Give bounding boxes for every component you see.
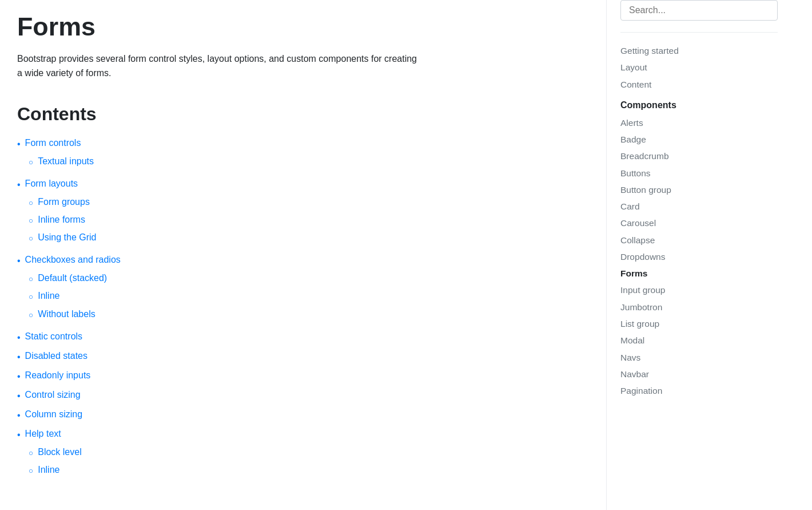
sidebar-component-link[interactable]: Modal: [620, 335, 644, 345]
sidebar-component-link[interactable]: Pagination: [620, 386, 662, 396]
list-item: ○Using the Grid: [29, 231, 96, 245]
sidebar-component-link[interactable]: Input group: [620, 285, 666, 295]
sidebar-component-link[interactable]: List group: [620, 319, 659, 329]
sidebar-top-link[interactable]: Content: [620, 80, 651, 89]
sub-list: ○Default (stacked)○Inline○Without labels: [29, 271, 121, 325]
sidebar-component-item: Button group: [620, 183, 778, 196]
sidebar-component-link[interactable]: Dropdowns: [620, 252, 665, 262]
circle-bullet-icon: ○: [29, 446, 33, 460]
circle-bullet-icon: ○: [29, 214, 33, 227]
list-item: ○Inline: [29, 289, 121, 303]
sidebar-component-item: Navbar: [620, 367, 778, 381]
contents-link[interactable]: Column sizing: [25, 408, 82, 421]
list-item: ○Block level: [29, 445, 82, 460]
sidebar-component-link[interactable]: Navbar: [620, 369, 649, 379]
contents-link[interactable]: Form controls: [25, 136, 81, 150]
list-item: ○Default (stacked): [29, 271, 121, 286]
list-item: •Checkboxes and radios○Default (stacked)…: [17, 253, 583, 325]
sidebar-component-item: Forms: [620, 267, 778, 280]
page-description: Bootstrap provides several form control …: [17, 52, 417, 81]
main-content: Forms Bootstrap provides several form co…: [0, 0, 606, 510]
sub-contents-link[interactable]: Inline forms: [38, 213, 85, 227]
circle-bullet-icon: ○: [29, 232, 33, 245]
sub-contents-link[interactable]: Inline: [38, 463, 59, 477]
sidebar-component-item: Dropdowns: [620, 250, 778, 263]
sidebar-component-item: List group: [620, 317, 778, 330]
sub-contents-link[interactable]: Textual inputs: [38, 155, 94, 168]
list-item: ○Inline: [29, 463, 82, 477]
sidebar-components-list: AlertsBadgeBreadcrumbButtonsButton group…: [620, 116, 778, 398]
sidebar-component-item: Card: [620, 200, 778, 213]
page-title: Forms: [17, 11, 583, 42]
sub-contents-link[interactable]: Block level: [38, 445, 81, 459]
sub-list: ○Form groups○Inline forms○Using the Grid: [29, 195, 96, 248]
sidebar-component-link[interactable]: Alerts: [620, 118, 643, 128]
sidebar-top-item: Getting started: [620, 44, 778, 57]
sidebar-top-item: Content: [620, 78, 778, 91]
sub-list: ○Block level○Inline: [29, 445, 82, 481]
list-item: •Form controls○Textual inputs: [17, 136, 583, 172]
sidebar-component-link[interactable]: Button group: [620, 185, 671, 195]
sidebar-component-link[interactable]: Card: [620, 201, 640, 211]
contents-link[interactable]: Disabled states: [25, 349, 87, 363]
sidebar-component-item: Navs: [620, 351, 778, 364]
sub-list: ○Textual inputs: [29, 155, 94, 172]
sidebar-component-link[interactable]: Breadcrumb: [620, 151, 669, 161]
circle-bullet-icon: ○: [29, 196, 33, 209]
list-item: ○Inline forms: [29, 213, 96, 227]
sidebar-component-item: Input group: [620, 283, 778, 296]
sidebar-component-item: Buttons: [620, 167, 778, 180]
sidebar-component-item: Badge: [620, 133, 778, 146]
sidebar-top-link[interactable]: Layout: [620, 62, 647, 72]
list-item: •Help text○Block level○Inline: [17, 427, 583, 481]
contents-link[interactable]: Control sizing: [25, 388, 81, 402]
sidebar-top-link[interactable]: Getting started: [620, 46, 679, 56]
sidebar-component-link[interactable]: Jumbotron: [620, 302, 662, 312]
sidebar-component-link[interactable]: Collapse: [620, 235, 655, 245]
bullet-icon: •: [17, 389, 21, 403]
sidebar-component-link[interactable]: Carousel: [620, 218, 656, 228]
search-input[interactable]: [620, 0, 778, 21]
list-item: ○Without labels: [29, 307, 121, 322]
contents-link[interactable]: Static controls: [25, 330, 82, 343]
sidebar-top-nav: Getting startedLayoutContent: [620, 44, 778, 91]
bullet-icon: •: [17, 370, 21, 384]
sub-contents-link[interactable]: Default (stacked): [38, 271, 107, 285]
bullet-icon: •: [17, 428, 21, 442]
sub-contents-link[interactable]: Form groups: [38, 195, 90, 209]
bullet-icon: •: [17, 409, 21, 422]
circle-bullet-icon: ○: [29, 272, 33, 286]
sidebar-component-link[interactable]: Buttons: [620, 168, 651, 178]
contents-heading: Contents: [17, 104, 583, 125]
bullet-icon: •: [17, 178, 21, 192]
sub-contents-link[interactable]: Using the Grid: [38, 231, 96, 244]
sidebar-top-list: Getting startedLayoutContent: [620, 44, 778, 91]
sidebar-component-link[interactable]: Navs: [620, 353, 640, 362]
sub-contents-link[interactable]: Inline: [38, 289, 59, 303]
search-wrapper: [620, 0, 778, 33]
circle-bullet-icon: ○: [29, 156, 33, 169]
contents-link[interactable]: Help text: [25, 427, 61, 441]
contents-link[interactable]: Form layouts: [25, 177, 78, 191]
bullet-icon: •: [17, 331, 21, 345]
sub-contents-link[interactable]: Without labels: [38, 307, 95, 321]
sidebar-component-link[interactable]: Badge: [620, 135, 646, 144]
contents-list: •Form controls○Textual inputs•Form layou…: [17, 136, 583, 481]
sidebar: Getting startedLayoutContent Components …: [606, 0, 789, 510]
sidebar-component-item: Carousel: [620, 216, 778, 230]
contents-link[interactable]: Checkboxes and radios: [25, 253, 121, 267]
components-section-title: Components: [620, 100, 778, 110]
list-item: •Readonly inputs: [17, 369, 583, 384]
list-item: ○Form groups: [29, 195, 96, 209]
list-item: ○Textual inputs: [29, 155, 94, 169]
list-item: •Column sizing: [17, 408, 583, 422]
contents-link[interactable]: Readonly inputs: [25, 369, 91, 382]
sidebar-component-item: Pagination: [620, 384, 778, 397]
sidebar-top-item: Layout: [620, 61, 778, 74]
sidebar-component-link[interactable]: Forms: [620, 268, 647, 278]
list-item: •Form layouts○Form groups○Inline forms○U…: [17, 177, 583, 248]
sidebar-component-item: Alerts: [620, 116, 778, 129]
sidebar-component-item: Modal: [620, 334, 778, 347]
sidebar-component-item: Collapse: [620, 234, 778, 247]
circle-bullet-icon: ○: [29, 309, 33, 322]
